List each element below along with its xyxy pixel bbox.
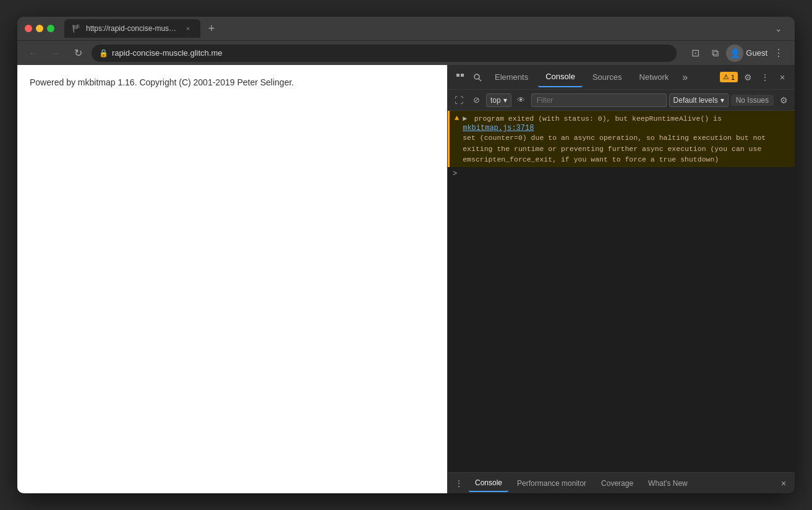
drawer-menu-button[interactable]: ⋮ — [451, 476, 466, 491]
drawer-whats-new-label: What's New — [648, 479, 688, 488]
console-warning-text-part1: program exited (with status: 0), but kee… — [474, 115, 722, 123]
main-content: Powered by mkbitmap 1.16. Copyright (C) … — [17, 65, 795, 493]
reload-button[interactable]: ↻ — [69, 45, 87, 62]
console-prompt-arrow-icon: > — [453, 170, 457, 178]
address-text: rapid-concise-muscle.glitch.me — [112, 48, 222, 58]
tab-network[interactable]: Network — [632, 67, 677, 87]
webpage-text: Powered by mkbitmap 1.16. Copyright (C) … — [30, 77, 435, 87]
drawer-tab-console[interactable]: Console — [469, 475, 508, 492]
tab-list-chevron-icon[interactable]: ⌄ — [770, 21, 787, 36]
minimize-window-button[interactable] — [36, 25, 43, 32]
webpage: Powered by mkbitmap 1.16. Copyright (C) … — [17, 65, 447, 493]
warning-badge[interactable]: ⚠ 1 — [720, 72, 738, 82]
nav-right-icons: ⊡ ⧉ 👤 Guest ⋮ — [686, 45, 787, 62]
filter-input[interactable] — [531, 93, 667, 107]
split-icon: ⧉ — [712, 48, 719, 59]
account-label: Guest — [746, 48, 767, 58]
lock-icon: 🔒 — [99, 49, 108, 58]
traffic-lights — [25, 25, 54, 32]
devtools-settings-icon: ⚙ — [744, 72, 752, 82]
drawer-tab-coverage[interactable]: Coverage — [595, 475, 639, 492]
toolbar-settings-button[interactable]: ⚙ — [776, 93, 791, 108]
default-levels-label: Default levels — [673, 96, 718, 105]
tab-title: https://rapid-concise-muscle.g... — [86, 24, 178, 33]
devtools-more-button[interactable]: ⋮ — [758, 70, 772, 85]
devtools-inspect-icon[interactable] — [470, 70, 485, 85]
devtools-toolbar: ⛶ ⊘ top ▾ 👁 Default levels ▾ N — [448, 90, 795, 111]
devtools-cursor-icon[interactable] — [453, 70, 468, 85]
context-selector[interactable]: top ▾ — [486, 93, 511, 107]
context-label: top — [490, 96, 501, 105]
context-arrow-icon: ▾ — [503, 96, 507, 105]
tab-elements[interactable]: Elements — [487, 67, 536, 87]
console-warning-text-part3: exiting the runtime or preventing furthe… — [463, 145, 761, 153]
console-warning-text-part2: set (counter=0) due to an async operatio… — [463, 134, 766, 142]
devtools-close-button[interactable]: × — [775, 70, 790, 85]
console-warning-message: ▲ ▶ program exited (with status: 0), but… — [448, 111, 795, 167]
nav-bar: ← → ↻ 🔒 rapid-concise-muscle.glitch.me ⊡… — [17, 40, 795, 65]
warning-expand-arrow[interactable]: ▶ — [463, 115, 467, 123]
eye-button[interactable]: 👁 — [514, 93, 529, 108]
tab-sources[interactable]: Sources — [585, 67, 630, 87]
tab-bar: 🏴 https://rapid-concise-muscle.g... × + — [64, 19, 765, 38]
warning-badge-icon: ⚠ — [723, 73, 729, 81]
svg-rect-1 — [461, 74, 464, 77]
cast-icon: ⊡ — [691, 47, 699, 59]
drawer-console-label: Console — [475, 478, 502, 487]
drawer-close-icon: × — [781, 478, 786, 488]
toolbar-settings-icon: ⚙ — [780, 95, 788, 105]
eye-icon: 👁 — [517, 95, 525, 105]
no-issues-button[interactable]: No Issues — [731, 95, 774, 106]
console-warning-text-part4: emscripten_force_exit, if you want to fo… — [463, 155, 719, 163]
devtools-panel: Elements Console Sources Network » ⚠ 1 — [447, 65, 795, 493]
default-levels-arrow-icon: ▾ — [720, 96, 724, 105]
title-bar: 🏴 https://rapid-concise-muscle.g... × + … — [17, 17, 795, 40]
drawer-close-button[interactable]: × — [776, 476, 791, 491]
console-cursor-button[interactable]: ⛶ — [451, 93, 466, 108]
drawer-tab-whats-new[interactable]: What's New — [642, 475, 694, 492]
new-tab-button[interactable]: + — [203, 20, 220, 37]
console-prompt[interactable]: > — [448, 167, 795, 181]
no-issues-label: No Issues — [736, 96, 769, 105]
console-cursor-icon: ⛶ — [455, 95, 463, 105]
forward-icon: → — [51, 48, 61, 59]
drawer-performance-label: Performance monitor — [517, 479, 586, 488]
reload-icon: ↻ — [74, 47, 82, 59]
warning-triangle-icon: ▲ — [455, 114, 459, 123]
maximize-window-button[interactable] — [47, 25, 54, 32]
drawer-coverage-label: Coverage — [601, 479, 633, 488]
forward-button[interactable]: → — [47, 45, 64, 62]
drawer-tab-performance-monitor[interactable]: Performance monitor — [511, 475, 592, 492]
warning-badge-count: 1 — [731, 74, 735, 81]
svg-point-2 — [474, 74, 479, 79]
close-window-button[interactable] — [25, 25, 32, 32]
back-button[interactable]: ← — [25, 45, 42, 62]
split-screen-button[interactable]: ⧉ — [706, 45, 724, 62]
tab-bar-right: ⌄ — [770, 21, 787, 36]
default-levels-selector[interactable]: Default levels ▾ — [669, 93, 729, 107]
tab-close-button[interactable]: × — [183, 24, 193, 33]
devtools-top-bar: Elements Console Sources Network » ⚠ 1 — [448, 65, 795, 90]
tab-favicon: 🏴 — [72, 24, 81, 33]
devtools-top-right: ⚠ 1 ⚙ ⋮ × — [720, 70, 790, 85]
console-clear-button[interactable]: ⊘ — [469, 93, 484, 108]
browser-tab[interactable]: 🏴 https://rapid-concise-muscle.g... × — [64, 19, 200, 38]
svg-rect-0 — [456, 74, 459, 77]
warning-source-link[interactable]: mkbitmap.js:3718 — [463, 124, 534, 132]
browser-menu-button[interactable]: ⋮ — [770, 45, 787, 62]
svg-line-3 — [479, 79, 481, 81]
address-bar[interactable]: 🔒 rapid-concise-muscle.glitch.me — [92, 45, 677, 62]
tab-console[interactable]: Console — [538, 67, 583, 87]
devtools-close-icon: × — [780, 72, 785, 82]
browser-more-icon: ⋮ — [774, 47, 784, 59]
drawer-menu-icon: ⋮ — [455, 478, 463, 488]
account-avatar-icon: 👤 — [730, 48, 740, 58]
account-button[interactable]: 👤 — [726, 45, 743, 62]
back-icon: ← — [28, 48, 38, 59]
console-ban-icon: ⊘ — [473, 95, 480, 105]
console-warning-body: ▶ program exited (with status: 0), but k… — [463, 113, 790, 165]
devtools-settings-button[interactable]: ⚙ — [740, 70, 755, 85]
console-output: ▲ ▶ program exited (with status: 0), but… — [448, 111, 795, 472]
cast-button[interactable]: ⊡ — [686, 45, 704, 62]
more-tabs-button[interactable]: » — [678, 72, 691, 83]
